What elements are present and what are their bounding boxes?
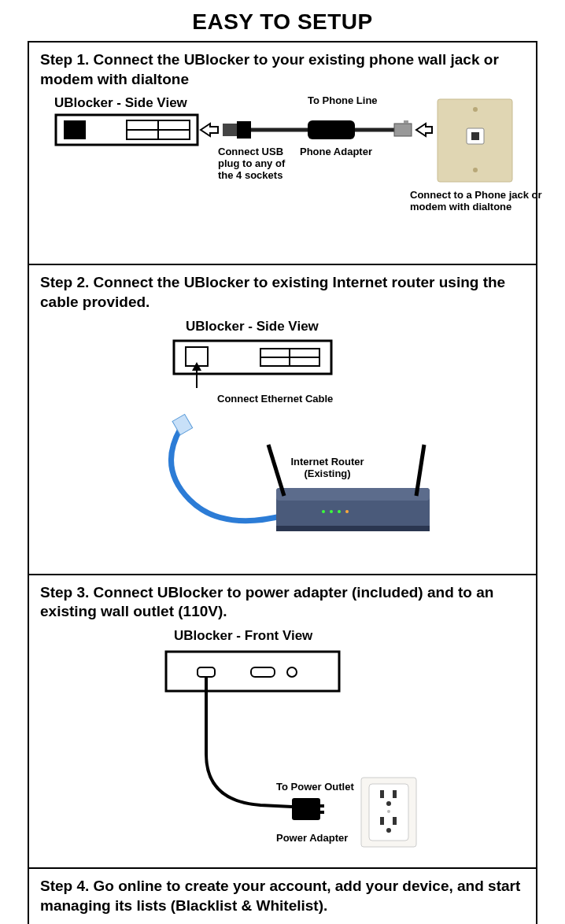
main-title: EASY TO SETUP — [28, 0, 537, 41]
step2-diagram: UBlocker - Side View Connect Ethernet Ca… — [40, 319, 525, 563]
svg-marker-12 — [416, 124, 432, 136]
svg-point-49 — [386, 828, 391, 833]
step1-diagram: UBlocker - Side View To Phone Line Phone… — [40, 95, 525, 253]
step4-text: Step 4. Go online to create your account… — [40, 877, 525, 915]
svg-rect-27 — [276, 488, 430, 501]
svg-rect-10 — [394, 124, 412, 136]
step3-svg — [40, 628, 528, 856]
step-3: Step 3. Connect UBlocker to power adapte… — [29, 575, 536, 869]
svg-rect-41 — [320, 811, 324, 814]
svg-point-50 — [387, 810, 390, 813]
svg-rect-1 — [64, 120, 86, 139]
svg-rect-39 — [292, 798, 320, 820]
svg-rect-48 — [393, 817, 397, 825]
svg-point-31 — [338, 510, 341, 513]
steps-container: Step 1. Connect the UBlocker to your exi… — [28, 41, 537, 924]
step2-text: Step 2. Connect the UBlocker to existing… — [40, 273, 525, 312]
step3-diagram: UBlocker - Front View To Power Outlet Po… — [40, 628, 525, 856]
step-1: Step 1. Connect the UBlocker to your exi… — [29, 43, 536, 265]
svg-point-16 — [473, 107, 478, 112]
svg-rect-47 — [380, 817, 384, 825]
svg-point-38 — [287, 667, 297, 677]
svg-rect-44 — [380, 790, 384, 798]
svg-point-30 — [330, 510, 333, 513]
wall-outlet-icon — [361, 778, 416, 847]
svg-point-32 — [345, 510, 349, 513]
svg-point-29 — [322, 510, 325, 513]
svg-rect-25 — [172, 414, 193, 434]
step1-text: Step 1. Connect the UBlocker to your exi… — [40, 50, 525, 89]
step1-svg — [40, 95, 528, 253]
svg-marker-5 — [201, 124, 218, 136]
svg-rect-6 — [223, 124, 237, 136]
svg-rect-36 — [198, 667, 215, 677]
page-wrap: EASY TO SETUP Step 1. Connect the UBlock… — [0, 0, 565, 924]
svg-rect-11 — [404, 120, 408, 124]
step-4: Step 4. Go online to create your account… — [29, 869, 536, 924]
router-icon — [268, 445, 430, 531]
svg-rect-37 — [251, 667, 275, 677]
step-2: Step 2. Connect the UBlocker to existing… — [29, 265, 536, 575]
svg-rect-15 — [471, 132, 479, 140]
step2-svg — [40, 319, 528, 563]
svg-line-33 — [268, 445, 284, 496]
svg-point-46 — [386, 801, 391, 806]
svg-rect-7 — [237, 121, 251, 139]
svg-rect-9 — [308, 120, 355, 139]
svg-point-17 — [473, 168, 478, 172]
svg-rect-40 — [320, 804, 324, 808]
svg-rect-28 — [276, 526, 430, 531]
step3-text: Step 3. Connect UBlocker to power adapte… — [40, 583, 525, 622]
svg-rect-45 — [393, 790, 397, 798]
